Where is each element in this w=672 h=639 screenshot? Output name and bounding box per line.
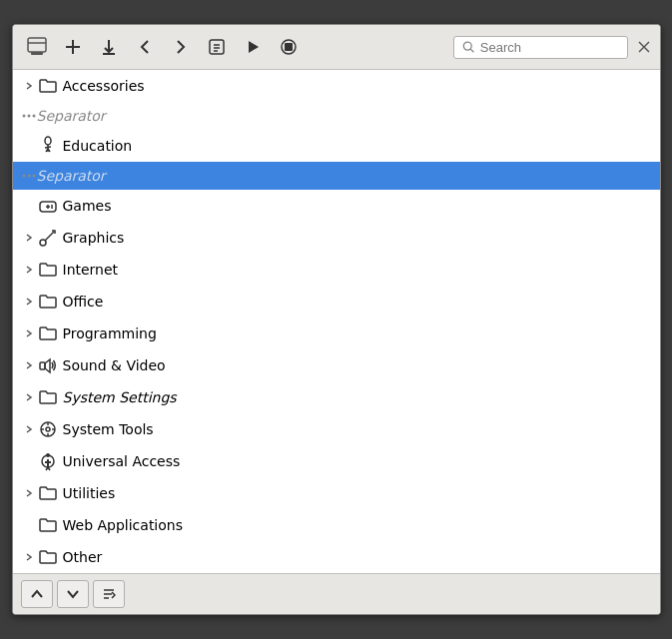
edu-icon bbox=[37, 135, 59, 157]
item-label: Internet bbox=[63, 262, 119, 278]
up-button[interactable] bbox=[21, 580, 53, 608]
sound-icon bbox=[37, 354, 59, 376]
sort-button[interactable] bbox=[93, 580, 125, 608]
svg-rect-7 bbox=[210, 40, 224, 54]
list-item-sep1[interactable]: Separator bbox=[13, 102, 660, 130]
expand-arrow-icon[interactable] bbox=[21, 78, 37, 94]
list-item-games[interactable]: Games bbox=[13, 190, 660, 222]
list-item-webapps[interactable]: Web Applications bbox=[13, 509, 660, 541]
folder-icon bbox=[37, 386, 59, 408]
item-label: System Settings bbox=[63, 389, 177, 405]
expand-arrow-icon bbox=[21, 138, 37, 154]
games-icon bbox=[37, 195, 59, 217]
search-input[interactable] bbox=[480, 40, 619, 55]
svg-rect-2 bbox=[31, 52, 43, 55]
item-label: Other bbox=[63, 549, 103, 565]
svg-point-14 bbox=[463, 42, 471, 50]
svg-point-20 bbox=[32, 115, 35, 118]
item-label: Utilities bbox=[63, 485, 116, 501]
item-label: Education bbox=[63, 138, 133, 154]
list-item-internet[interactable]: Internet bbox=[13, 254, 660, 286]
svg-point-33 bbox=[51, 207, 53, 209]
download-button[interactable] bbox=[93, 31, 125, 63]
list-item-sep2[interactable]: Separator bbox=[13, 162, 660, 190]
graphics-icon bbox=[37, 227, 59, 249]
list-item-sysset[interactable]: System Settings bbox=[13, 381, 660, 413]
folder-icon bbox=[37, 514, 59, 536]
list-item-access[interactable]: Universal Access bbox=[13, 445, 660, 477]
expand-arrow-icon bbox=[21, 453, 37, 469]
item-label: Office bbox=[63, 294, 104, 310]
svg-point-19 bbox=[27, 115, 30, 118]
app-icon bbox=[21, 31, 53, 63]
up-icon bbox=[30, 587, 44, 601]
expand-arrow-icon[interactable] bbox=[21, 357, 37, 373]
list-item-systools[interactable]: System Tools bbox=[13, 413, 660, 445]
play-button[interactable] bbox=[237, 31, 269, 63]
svg-point-38 bbox=[46, 427, 50, 431]
svg-point-27 bbox=[27, 175, 30, 178]
stop-button[interactable] bbox=[273, 31, 305, 63]
svg-marker-11 bbox=[249, 41, 259, 53]
ellipsis-icon bbox=[21, 108, 37, 124]
item-label: Web Applications bbox=[63, 517, 184, 533]
folder-icon bbox=[37, 259, 59, 281]
expand-arrow-icon[interactable] bbox=[21, 421, 37, 437]
access-icon bbox=[37, 450, 59, 472]
list-item-other[interactable]: Other bbox=[13, 541, 660, 573]
svg-point-18 bbox=[22, 115, 25, 118]
down-button[interactable] bbox=[57, 580, 89, 608]
search-box[interactable] bbox=[453, 36, 628, 59]
expand-arrow-icon[interactable] bbox=[21, 389, 37, 405]
svg-rect-13 bbox=[285, 43, 293, 51]
item-label: Separator bbox=[37, 108, 106, 124]
item-label: Games bbox=[63, 198, 112, 214]
item-label: System Tools bbox=[63, 421, 154, 437]
sort-icon bbox=[102, 587, 116, 601]
svg-point-26 bbox=[22, 175, 25, 178]
folder-icon bbox=[37, 75, 59, 97]
svg-point-28 bbox=[32, 175, 35, 178]
expand-arrow-icon bbox=[21, 517, 37, 533]
svg-point-32 bbox=[51, 205, 53, 207]
add-button[interactable] bbox=[57, 31, 89, 63]
svg-point-21 bbox=[45, 137, 51, 145]
folder-icon bbox=[37, 482, 59, 504]
list-item-sound[interactable]: Sound & Video bbox=[13, 349, 660, 381]
list-item-utilities[interactable]: Utilities bbox=[13, 477, 660, 509]
item-label: Sound & Video bbox=[63, 357, 166, 373]
expand-arrow-icon[interactable] bbox=[21, 230, 37, 246]
ellipsis-icon bbox=[21, 168, 37, 184]
list-item-office[interactable]: Office bbox=[13, 286, 660, 318]
content-list: AccessoriesSeparatorEducationSeparatorGa… bbox=[13, 70, 660, 573]
expand-arrow-icon[interactable] bbox=[21, 485, 37, 501]
list-item-graphics[interactable]: Graphics bbox=[13, 222, 660, 254]
close-icon bbox=[637, 40, 651, 54]
svg-line-23 bbox=[45, 147, 51, 148]
main-window: AccessoriesSeparatorEducationSeparatorGa… bbox=[12, 24, 661, 615]
svg-rect-0 bbox=[28, 38, 46, 52]
back-button[interactable] bbox=[129, 31, 161, 63]
expand-arrow-icon[interactable] bbox=[21, 294, 37, 310]
list-item-education[interactable]: Education bbox=[13, 130, 660, 162]
expand-arrow-icon[interactable] bbox=[21, 549, 37, 565]
item-label: Programming bbox=[63, 325, 157, 341]
svg-line-15 bbox=[470, 49, 473, 52]
forward-button[interactable] bbox=[165, 31, 197, 63]
expand-arrow-icon[interactable] bbox=[21, 262, 37, 278]
list-item-accessories[interactable]: Accessories bbox=[13, 70, 660, 102]
down-icon bbox=[66, 587, 80, 601]
list-item-programming[interactable]: Programming bbox=[13, 318, 660, 349]
toolbar bbox=[13, 25, 660, 70]
expand-arrow-icon bbox=[21, 198, 37, 214]
folder-icon bbox=[37, 322, 59, 344]
item-label: Graphics bbox=[63, 230, 125, 246]
search-icon bbox=[462, 40, 474, 54]
item-label: Universal Access bbox=[63, 453, 181, 469]
svg-line-35 bbox=[45, 232, 54, 241]
tools-icon bbox=[37, 418, 59, 440]
close-button[interactable] bbox=[636, 39, 652, 55]
expand-arrow-icon[interactable] bbox=[21, 325, 37, 341]
info-button[interactable] bbox=[201, 31, 233, 63]
folder-icon bbox=[37, 546, 59, 568]
